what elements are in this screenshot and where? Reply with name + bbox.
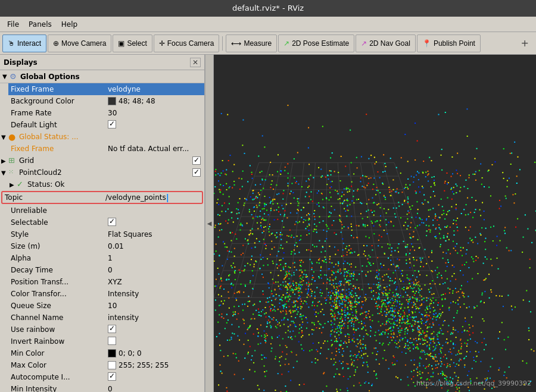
select-button[interactable]: ▣ Select bbox=[113, 35, 152, 52]
grid-icon: ⊞ bbox=[8, 156, 18, 165]
status-ok-expand[interactable]: ▶ bbox=[10, 181, 17, 188]
unreliable-row[interactable]: Unreliable bbox=[8, 205, 204, 217]
min-color-value[interactable]: 0; 0; 0 bbox=[108, 349, 203, 357]
publish-point-button[interactable]: 📍 Publish Point bbox=[417, 35, 481, 52]
invert-rainbow-label: Invert Rainbow bbox=[10, 337, 108, 346]
interact-button[interactable]: 🖱 Interact bbox=[2, 35, 46, 52]
grid-row[interactable]: ▶ ⊞ Grid bbox=[0, 155, 204, 167]
pointcloud2-label: PointCloud2 bbox=[19, 168, 192, 177]
add-tool-button[interactable]: + bbox=[516, 37, 534, 49]
grid-expand[interactable]: ▶ bbox=[1, 158, 8, 164]
panel-close-button[interactable]: ✕ bbox=[190, 58, 201, 67]
panel-header: Displays ✕ bbox=[0, 55, 204, 70]
default-light-row[interactable]: Default Light bbox=[8, 119, 204, 131]
global-options-expand[interactable]: ▼ bbox=[2, 73, 10, 80]
size-row[interactable]: Size (m) 0.01 bbox=[8, 240, 204, 252]
default-light-value bbox=[108, 120, 203, 130]
position-transf-row[interactable]: Position Transf... XYZ bbox=[8, 276, 204, 288]
min-color-row[interactable]: Min Color 0; 0; 0 bbox=[8, 347, 204, 359]
default-light-checkbox[interactable] bbox=[108, 120, 116, 128]
color-transfo-row[interactable]: Color Transfor... Intensity bbox=[8, 288, 204, 300]
pointcloud2-checkbox[interactable] bbox=[192, 168, 201, 177]
alpha-value[interactable]: 1 bbox=[108, 254, 203, 262]
selectable-row[interactable]: Selectable bbox=[8, 217, 204, 228]
measure-icon: ⟷ bbox=[231, 39, 241, 48]
position-transf-label: Position Transf... bbox=[10, 278, 108, 286]
style-label: Style bbox=[10, 230, 108, 239]
collapse-arrow-icon: ◀ bbox=[207, 220, 212, 227]
select-icon: ▣ bbox=[118, 39, 124, 48]
invert-rainbow-row[interactable]: Invert Rainbow bbox=[8, 335, 204, 347]
background-color-swatch[interactable] bbox=[108, 97, 116, 105]
max-color-label: Max Color bbox=[10, 361, 108, 369]
menu-help[interactable]: Help bbox=[57, 19, 82, 30]
invert-rainbow-checkbox[interactable] bbox=[108, 337, 116, 345]
use-rainbow-row[interactable]: Use rainbow bbox=[8, 324, 204, 335]
color-transfo-value[interactable]: Intensity bbox=[108, 290, 203, 298]
measure-button[interactable]: ⟷ Measure bbox=[226, 35, 277, 52]
global-status-fixedframe-row[interactable]: Fixed Frame No tf data. Actual err... bbox=[8, 143, 204, 155]
displays-panel: Displays ✕ ▼ ⚙ Global Options Fixed Fram… bbox=[0, 55, 205, 392]
style-value[interactable]: Flat Squares bbox=[108, 230, 203, 239]
alpha-row[interactable]: Alpha 1 bbox=[8, 252, 204, 264]
background-color-row[interactable]: Background Color 48; 48; 48 bbox=[8, 95, 204, 107]
channel-name-value[interactable]: intensity bbox=[108, 313, 203, 322]
min-intensity-value[interactable]: 0 bbox=[108, 385, 203, 392]
max-color-value[interactable]: 255; 255; 255 bbox=[108, 361, 203, 369]
nav-goal-button[interactable]: ↗ 2D Nav Goal bbox=[356, 35, 416, 52]
selectable-label: Selectable bbox=[10, 218, 108, 227]
frame-rate-row[interactable]: Frame Rate 30 bbox=[8, 107, 204, 119]
background-color-value[interactable]: 48; 48; 48 bbox=[108, 97, 203, 105]
menu-file[interactable]: File bbox=[2, 19, 24, 30]
global-status-expand[interactable]: ▼ bbox=[1, 134, 8, 140]
grid-checkbox[interactable] bbox=[192, 156, 201, 165]
global-options-icon: ⚙ bbox=[10, 72, 19, 81]
selectable-checkbox[interactable] bbox=[108, 218, 116, 226]
global-options-header[interactable]: ▼ ⚙ Global Options bbox=[0, 70, 204, 83]
decay-time-row[interactable]: Decay Time 0 bbox=[8, 264, 204, 276]
style-row[interactable]: Style Flat Squares bbox=[8, 228, 204, 240]
decay-time-label: Decay Time bbox=[10, 266, 108, 274]
global-status-icon: ● bbox=[8, 132, 18, 142]
status-ok-row[interactable]: ▶ ✓ Status: Ok bbox=[8, 178, 204, 190]
min-color-swatch[interactable] bbox=[108, 349, 116, 357]
global-status-row[interactable]: ▼ ● Global Status: ... bbox=[0, 131, 204, 143]
topic-value[interactable]: /velodyne_points| bbox=[105, 193, 201, 202]
min-intensity-row[interactable]: Min Intensity 0 bbox=[8, 383, 204, 392]
status-ok-label: Status: Ok bbox=[27, 180, 65, 189]
decay-time-value[interactable]: 0 bbox=[108, 266, 203, 274]
pointcloud2-icon: ⁙ bbox=[8, 168, 18, 177]
3d-viewport[interactable]: https://blog.csdn.net/qq_39990392 bbox=[214, 55, 536, 392]
pose-estimate-button[interactable]: ↗ 2D Pose Estimate bbox=[278, 35, 354, 52]
channel-name-row[interactable]: Channel Name intensity bbox=[8, 312, 204, 324]
queue-size-value[interactable]: 10 bbox=[108, 302, 203, 310]
min-color-label: Min Color bbox=[10, 349, 108, 357]
global-options-label: Global Options bbox=[20, 73, 80, 81]
frame-rate-value[interactable]: 30 bbox=[108, 109, 203, 117]
focus-camera-button[interactable]: ✛ Focus Camera bbox=[154, 35, 220, 52]
autocompute-checkbox[interactable] bbox=[108, 372, 116, 381]
panel-collapse-handle[interactable]: ◀ bbox=[205, 55, 214, 392]
status-ok-icon: ✓ bbox=[17, 180, 26, 189]
frame-rate-label: Frame Rate bbox=[10, 109, 108, 117]
menu-panels[interactable]: Panels bbox=[24, 19, 57, 30]
max-color-row[interactable]: Max Color 255; 255; 255 bbox=[8, 359, 204, 371]
autocompute-row[interactable]: Autocompute I... bbox=[8, 371, 204, 383]
queue-size-row[interactable]: Queue Size 10 bbox=[8, 300, 204, 312]
max-color-swatch[interactable] bbox=[108, 361, 116, 369]
fixed-frame-value[interactable]: velodyne bbox=[108, 85, 203, 93]
topic-row[interactable]: Topic /velodyne_points| bbox=[1, 191, 203, 204]
position-transf-value[interactable]: XYZ bbox=[108, 278, 203, 286]
size-value[interactable]: 0.01 bbox=[108, 242, 203, 250]
pointcloud2-expand[interactable]: ▼ bbox=[1, 170, 8, 176]
pointcloud2-row[interactable]: ▼ ⁙ PointCloud2 bbox=[0, 167, 204, 178]
autocompute-label: Autocompute I... bbox=[10, 373, 108, 381]
viewport-canvas bbox=[214, 55, 536, 392]
fixed-frame-row[interactable]: Fixed Frame velodyne bbox=[8, 83, 204, 95]
focus-camera-icon: ✛ bbox=[159, 39, 165, 48]
move-camera-button[interactable]: ⊕ Move Camera bbox=[48, 35, 111, 52]
pose-estimate-icon: ↗ bbox=[283, 39, 289, 48]
cursor-icon: 🖱 bbox=[8, 39, 15, 48]
use-rainbow-checkbox[interactable] bbox=[108, 325, 116, 333]
displays-tree[interactable]: ▼ ⚙ Global Options Fixed Frame velodyne … bbox=[0, 70, 204, 392]
